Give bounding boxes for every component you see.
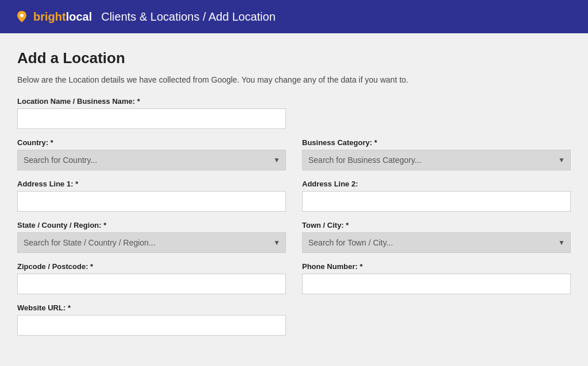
empty-spacer	[302, 97, 571, 138]
country-label: Country: *	[17, 138, 286, 147]
country-select-wrapper: Search for Country... ▼	[17, 150, 286, 170]
zipcode-group: Zipcode / Postcode: *	[17, 262, 286, 294]
country-select[interactable]: Search for Country...	[17, 150, 286, 170]
town-city-select-wrapper: Search for Town / City... ▼	[302, 232, 571, 253]
logo[interactable]: brightlocal	[14, 9, 92, 25]
town-city-select[interactable]: Search for Town / City...	[302, 232, 571, 253]
address-line1-label: Address Line 1: *	[17, 180, 286, 188]
phone-number-input[interactable]	[302, 274, 571, 294]
phone-number-group: Phone Number: *	[302, 262, 571, 294]
state-county-region-select[interactable]: Search for State / Country / Region...	[17, 232, 286, 253]
business-category-group: Business Category: * Search for Business…	[302, 138, 571, 170]
website-url-input[interactable]	[17, 315, 286, 336]
page-description: Below are the Location details we have c…	[17, 75, 571, 84]
zipcode-label: Zipcode / Postcode: *	[17, 262, 286, 271]
state-county-region-group: State / County / Region: * Search for St…	[17, 221, 286, 253]
logo-text: brightlocal	[33, 10, 92, 24]
phone-number-label: Phone Number: *	[302, 262, 571, 271]
address-line1-group: Address Line 1: *	[17, 180, 286, 212]
country-group: Country: * Search for Country... ▼	[17, 138, 286, 170]
website-empty-spacer	[302, 303, 571, 345]
website-url-group: Website URL: *	[17, 303, 286, 336]
page-title: Add a Location	[17, 49, 571, 67]
location-name-group: Location Name / Business Name: *	[17, 97, 286, 129]
website-url-label: Website URL: *	[17, 303, 286, 312]
breadcrumb: Clients & Locations / Add Location	[101, 10, 276, 24]
address-line2-label: Address Line 2:	[302, 180, 571, 188]
business-category-select[interactable]: Search for Business Category...	[302, 150, 571, 170]
app-header: brightlocal Clients & Locations / Add Lo…	[0, 0, 588, 33]
town-city-label: Town / City: *	[302, 221, 571, 229]
state-county-region-select-wrapper: Search for State / Country / Region... ▼	[17, 232, 286, 253]
add-location-form: Location Name / Business Name: * Country…	[17, 97, 571, 345]
address-line2-group: Address Line 2:	[302, 180, 571, 212]
address-line2-input[interactable]	[302, 191, 571, 212]
business-category-select-wrapper: Search for Business Category... ▼	[302, 150, 571, 170]
town-city-group: Town / City: * Search for Town / City...…	[302, 221, 571, 253]
state-county-region-label: State / County / Region: *	[17, 221, 286, 229]
location-name-input[interactable]	[17, 108, 286, 129]
main-content: Add a Location Below are the Location de…	[0, 33, 588, 356]
svg-point-1	[20, 14, 24, 17]
location-name-label: Location Name / Business Name: *	[17, 97, 286, 106]
zipcode-input[interactable]	[17, 274, 286, 294]
business-category-label: Business Category: *	[302, 138, 571, 147]
address-line1-input[interactable]	[17, 191, 286, 212]
logo-icon	[14, 9, 30, 25]
